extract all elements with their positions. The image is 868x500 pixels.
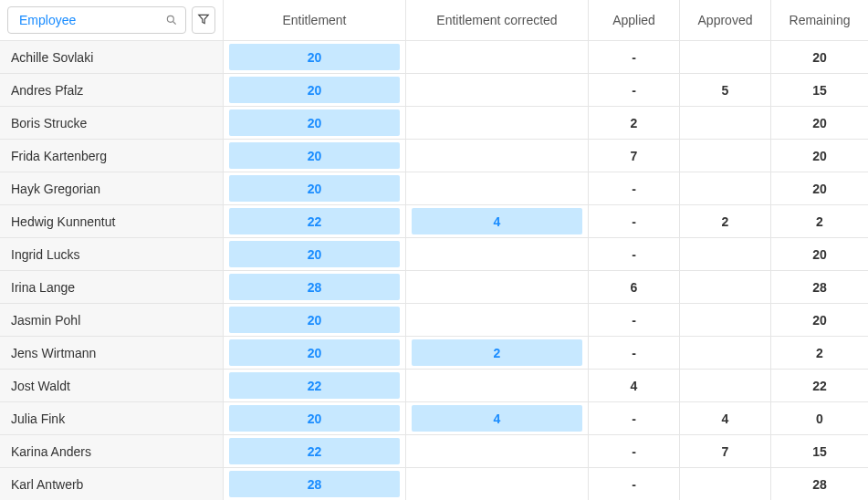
table-row[interactable]: Julia Fink204-40: [0, 402, 868, 435]
cell-entitlement-corrected[interactable]: [406, 304, 589, 336]
cell-employee[interactable]: Hedwig Kunnentut: [0, 205, 224, 237]
cell-applied[interactable]: -: [589, 205, 680, 237]
cell-remaining[interactable]: 2: [771, 205, 868, 237]
cell-applied[interactable]: 2: [589, 107, 680, 139]
cell-approved[interactable]: 7: [680, 435, 771, 467]
cell-applied[interactable]: -: [589, 41, 680, 73]
table-row[interactable]: Karina Anders22-715: [0, 435, 868, 468]
cell-employee[interactable]: Boris Strucke: [0, 107, 224, 139]
cell-entitlement[interactable]: 20: [224, 41, 406, 73]
cell-approved[interactable]: [680, 140, 771, 172]
cell-entitlement[interactable]: 22: [224, 370, 406, 401]
cell-entitlement-corrected[interactable]: [406, 370, 589, 401]
table-row[interactable]: Boris Strucke20220: [0, 107, 868, 140]
table-row[interactable]: Ingrid Lucks20-20: [0, 238, 868, 271]
cell-applied[interactable]: -: [589, 238, 680, 270]
cell-approved[interactable]: [680, 304, 771, 336]
cell-entitlement-corrected[interactable]: 4: [406, 205, 589, 237]
cell-remaining[interactable]: 20: [771, 41, 868, 73]
cell-employee[interactable]: Irina Lange: [0, 271, 224, 303]
table-row[interactable]: Hedwig Kunnentut224-22: [0, 205, 868, 238]
employee-search-field[interactable]: [7, 6, 186, 34]
cell-remaining[interactable]: 2: [771, 337, 868, 369]
table-row[interactable]: Jost Waldt22422: [0, 370, 868, 402]
cell-approved[interactable]: [680, 370, 771, 401]
cell-entitlement-corrected[interactable]: [406, 41, 589, 73]
cell-applied[interactable]: -: [589, 435, 680, 467]
cell-remaining[interactable]: 0: [771, 402, 868, 434]
cell-applied[interactable]: -: [589, 468, 680, 500]
cell-applied[interactable]: -: [589, 74, 680, 106]
cell-entitlement-corrected[interactable]: 4: [406, 402, 589, 434]
table-row[interactable]: Achille Sovlaki20-20: [0, 41, 868, 74]
cell-entitlement[interactable]: 20: [224, 402, 406, 434]
cell-entitlement[interactable]: 20: [224, 140, 406, 172]
cell-approved[interactable]: [680, 238, 771, 270]
header-entitlement-corrected[interactable]: Entitlement corrected: [406, 0, 589, 40]
cell-remaining[interactable]: 22: [771, 370, 868, 401]
cell-employee[interactable]: Jens Wirtmann: [0, 337, 224, 369]
cell-entitlement[interactable]: 28: [224, 468, 406, 500]
cell-remaining[interactable]: 15: [771, 435, 868, 467]
cell-employee[interactable]: Frida Kartenberg: [0, 140, 224, 172]
cell-approved[interactable]: 5: [680, 74, 771, 106]
cell-approved[interactable]: 4: [680, 402, 771, 434]
cell-remaining[interactable]: 20: [771, 107, 868, 139]
cell-employee[interactable]: Ingrid Lucks: [0, 238, 224, 270]
cell-entitlement[interactable]: 20: [224, 238, 406, 270]
cell-entitlement-corrected[interactable]: 2: [406, 337, 589, 369]
cell-remaining[interactable]: 20: [771, 304, 868, 336]
cell-remaining[interactable]: 15: [771, 74, 868, 106]
cell-entitlement[interactable]: 20: [224, 107, 406, 139]
cell-entitlement-corrected[interactable]: [406, 172, 589, 204]
cell-entitlement[interactable]: 20: [224, 172, 406, 204]
table-row[interactable]: Frida Kartenberg20720: [0, 140, 868, 172]
cell-approved[interactable]: [680, 107, 771, 139]
cell-entitlement-corrected[interactable]: [406, 435, 589, 467]
table-row[interactable]: Andres Pfalz20-515: [0, 74, 868, 107]
cell-entitlement[interactable]: 20: [224, 74, 406, 106]
cell-entitlement-corrected[interactable]: [406, 468, 589, 500]
cell-approved[interactable]: [680, 337, 771, 369]
cell-applied[interactable]: 6: [589, 271, 680, 303]
cell-applied[interactable]: 7: [589, 140, 680, 172]
cell-employee[interactable]: Jasmin Pohl: [0, 304, 224, 336]
cell-employee[interactable]: Achille Sovlaki: [0, 41, 224, 73]
cell-remaining[interactable]: 20: [771, 238, 868, 270]
cell-applied[interactable]: 4: [589, 370, 680, 401]
search-input[interactable]: [17, 12, 160, 28]
cell-entitlement[interactable]: 20: [224, 337, 406, 369]
cell-employee[interactable]: Karl Antwerb: [0, 468, 224, 500]
table-row[interactable]: Jasmin Pohl20-20: [0, 304, 868, 337]
cell-employee[interactable]: Andres Pfalz: [0, 74, 224, 106]
cell-applied[interactable]: -: [589, 402, 680, 434]
filter-button[interactable]: [192, 6, 215, 34]
cell-remaining[interactable]: 20: [771, 172, 868, 204]
cell-approved[interactable]: 2: [680, 205, 771, 237]
header-applied[interactable]: Applied: [589, 0, 680, 40]
header-approved[interactable]: Approved: [680, 0, 771, 40]
table-row[interactable]: Irina Lange28628: [0, 271, 868, 304]
cell-employee[interactable]: Julia Fink: [0, 402, 224, 434]
cell-applied[interactable]: -: [589, 337, 680, 369]
cell-approved[interactable]: [680, 41, 771, 73]
table-row[interactable]: Hayk Gregorian20-20: [0, 172, 868, 205]
table-row[interactable]: Karl Antwerb28-28: [0, 468, 868, 500]
cell-applied[interactable]: -: [589, 172, 680, 204]
cell-employee[interactable]: Hayk Gregorian: [0, 172, 224, 204]
cell-entitlement[interactable]: 22: [224, 205, 406, 237]
cell-entitlement-corrected[interactable]: [406, 107, 589, 139]
cell-employee[interactable]: Karina Anders: [0, 435, 224, 467]
cell-entitlement-corrected[interactable]: [406, 271, 589, 303]
cell-entitlement[interactable]: 22: [224, 435, 406, 467]
cell-approved[interactable]: [680, 271, 771, 303]
cell-entitlement[interactable]: 20: [224, 304, 406, 336]
cell-approved[interactable]: [680, 468, 771, 500]
cell-entitlement-corrected[interactable]: [406, 140, 589, 172]
header-entitlement[interactable]: Entitlement: [224, 0, 406, 40]
cell-remaining[interactable]: 20: [771, 140, 868, 172]
cell-applied[interactable]: -: [589, 304, 680, 336]
cell-entitlement[interactable]: 28: [224, 271, 406, 303]
cell-entitlement-corrected[interactable]: [406, 74, 589, 106]
table-row[interactable]: Jens Wirtmann202-2: [0, 337, 868, 370]
